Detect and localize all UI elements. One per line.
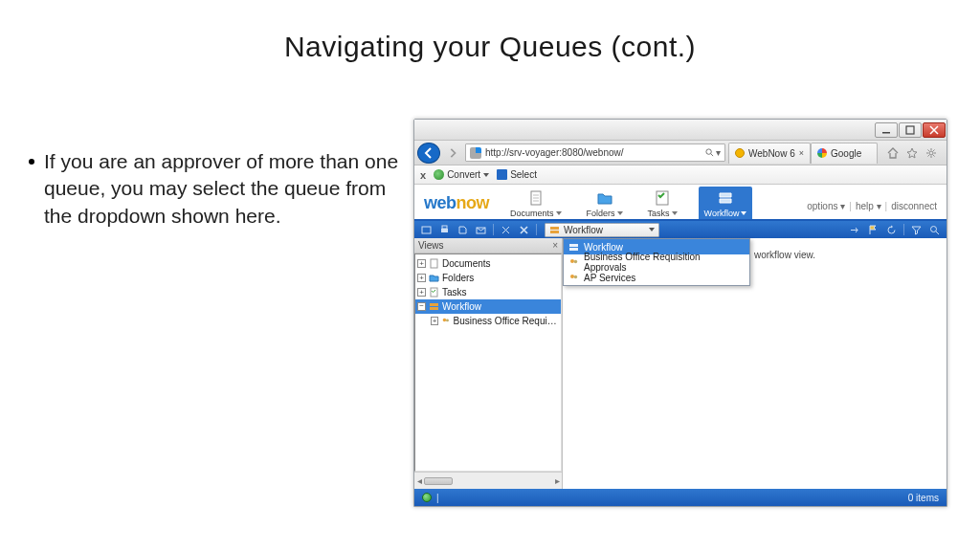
svg-point-24 — [574, 275, 577, 277]
queue-people-icon — [568, 273, 579, 283]
queue-option-bora[interactable]: Business Office Requisition Approvals — [564, 254, 749, 270]
minimize-button[interactable] — [875, 122, 898, 138]
svg-point-23 — [570, 275, 574, 278]
search-affordance[interactable]: ▾ — [705, 147, 721, 158]
tab-close-icon[interactable]: × — [799, 148, 804, 158]
address-bar[interactable]: http://srv-voyager:8080/webnow/ ▾ — [465, 143, 725, 162]
tree-label: Folders — [442, 273, 474, 283]
google-favicon-icon — [817, 148, 827, 158]
expand-icon[interactable]: + — [431, 317, 438, 325]
tab-google[interactable]: Google — [811, 143, 878, 164]
views-header: Views × — [414, 238, 562, 253]
help-link[interactable]: help ▾ — [856, 201, 881, 211]
expand-icon[interactable]: + — [417, 274, 426, 282]
status-indicator-icon — [422, 493, 432, 502]
svg-rect-7 — [441, 229, 448, 232]
select-icon — [497, 169, 507, 180]
chevron-down-icon — [741, 211, 746, 215]
chevron-down-icon — [617, 211, 623, 215]
workflow-queue-dropdown[interactable]: Workflow — [545, 223, 659, 237]
workflow-view-hint: workflow view. — [754, 250, 815, 260]
tool-open-icon[interactable] — [420, 224, 433, 236]
maximize-button[interactable] — [899, 122, 922, 138]
views-panel: Views × + Documents + Folders + — [414, 238, 563, 489]
favorites-icon[interactable] — [905, 146, 919, 160]
queue-people-icon — [568, 257, 579, 268]
nav-workflow[interactable]: Workflow — [699, 187, 753, 219]
tool-refresh-icon[interactable] — [885, 224, 898, 236]
svg-rect-0 — [882, 132, 890, 134]
svg-rect-10 — [550, 227, 559, 230]
queue-people-icon — [441, 316, 450, 326]
expand-icon[interactable]: + — [417, 288, 426, 297]
tree-node-bora[interactable]: + Business Office Requisition A — [415, 314, 561, 328]
workflow-queue-icon — [549, 225, 560, 235]
browser-page-tools — [880, 146, 944, 160]
toolbar-close-icon[interactable]: x — [420, 169, 426, 181]
tool-email-icon[interactable] — [475, 224, 487, 236]
webnow-logo: webnow — [424, 193, 489, 219]
tab-label: Google — [831, 148, 861, 159]
home-icon[interactable] — [886, 146, 900, 160]
scrollbar-thumb[interactable] — [424, 477, 453, 485]
select-button[interactable]: Select — [497, 169, 537, 180]
svg-rect-14 — [431, 288, 437, 297]
tab-webnow[interactable]: WebNow 6 × — [728, 143, 811, 164]
browser-window: http://srv-voyager:8080/webnow/ ▾ WebNow… — [413, 119, 947, 507]
tree-node-workflow[interactable]: − Workflow — [415, 299, 561, 314]
tool-cut-icon[interactable] — [500, 224, 512, 236]
slide-title: Navigating your Queues (cont.) — [0, 0, 980, 63]
tools-gear-icon[interactable] — [924, 146, 938, 160]
browser-navbar: http://srv-voyager:8080/webnow/ ▾ WebNow… — [414, 141, 947, 165]
logo-part-now: now — [457, 193, 490, 212]
svg-point-22 — [574, 259, 577, 262]
nav-documents[interactable]: Documents — [506, 187, 566, 219]
views-close-icon[interactable]: × — [552, 240, 558, 251]
workflow-queue-menu: Workflow Business Office Requisition App… — [563, 238, 750, 286]
nav-label: Tasks — [648, 209, 670, 218]
close-button[interactable] — [923, 122, 946, 138]
header-links: options ▾ | help ▾ | disconnect — [807, 201, 937, 219]
url-text: http://srv-voyager:8080/webnow/ — [485, 147, 702, 158]
views-tree: + Documents + Folders + Tasks — [414, 253, 562, 472]
svg-rect-20 — [569, 248, 578, 251]
tool-flag-icon[interactable] — [867, 224, 880, 236]
folders-icon — [595, 188, 614, 208]
svg-rect-13 — [431, 259, 437, 268]
tree-node-documents[interactable]: + Documents — [415, 256, 561, 271]
tree-node-tasks[interactable]: + Tasks — [415, 285, 561, 299]
tree-node-folders[interactable]: + Folders — [415, 271, 561, 285]
svg-rect-8 — [442, 226, 447, 229]
nav-folders[interactable]: Folders — [583, 187, 627, 219]
views-title: Views — [418, 240, 444, 251]
tool-print-icon[interactable] — [438, 224, 451, 236]
forward-button[interactable] — [443, 143, 462, 163]
bullet-icon — [29, 159, 34, 165]
views-scrollbar[interactable]: ◂ ▸ — [414, 472, 562, 489]
main-panel: workflow view. Workflow Business Office … — [563, 238, 947, 489]
tree-label: Workflow — [442, 301, 481, 312]
app-header: webnow Documents Folders Tasks Workflow … — [414, 185, 947, 221]
svg-point-3 — [929, 151, 933, 155]
tab-strip: WebNow 6 × Google — [728, 143, 878, 164]
disconnect-link[interactable]: disconnect — [891, 201, 937, 211]
back-button[interactable] — [417, 143, 440, 164]
expand-icon[interactable]: + — [417, 259, 426, 268]
queue-option-label: AP Services — [584, 273, 635, 283]
collapse-icon[interactable]: − — [417, 302, 426, 311]
slide-bullet: If you are an approver of more than one … — [29, 148, 412, 230]
svg-point-18 — [446, 319, 449, 321]
svg-rect-19 — [569, 244, 578, 247]
svg-point-12 — [931, 226, 937, 231]
tool-route-icon[interactable] — [849, 224, 861, 236]
convert-button[interactable]: Convert — [434, 169, 489, 180]
svg-rect-11 — [550, 231, 559, 233]
tool-export-icon[interactable] — [457, 224, 469, 236]
nav-label: Workflow — [704, 209, 740, 218]
tool-delete-icon[interactable] — [518, 224, 530, 236]
svg-rect-5 — [657, 191, 668, 205]
nav-tasks[interactable]: Tasks — [644, 187, 681, 219]
options-link[interactable]: options ▾ — [807, 201, 845, 211]
tool-search-icon[interactable] — [928, 224, 941, 236]
tool-filter-icon[interactable] — [910, 224, 923, 236]
